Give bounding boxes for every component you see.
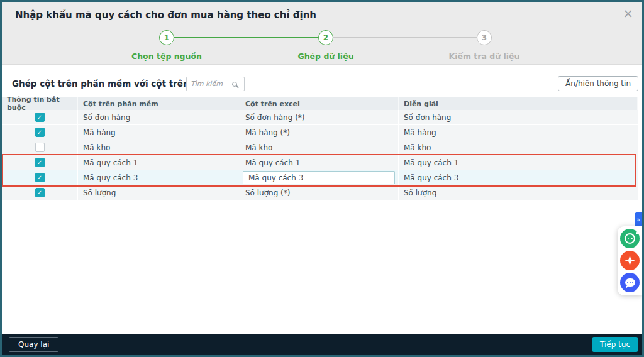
- description-cell: Mã hàng: [399, 125, 638, 140]
- sparkle-assistant-icon[interactable]: [620, 251, 640, 270]
- step-3-circle[interactable]: 3: [477, 30, 492, 45]
- assistant-widget-panel: [618, 226, 642, 295]
- table-row[interactable]: Mã hàng Mã hàng (*) Mã hàng: [2, 125, 638, 140]
- back-button[interactable]: Quay lại: [9, 337, 58, 352]
- chat-bubble-icon[interactable]: [620, 273, 640, 292]
- header-software-column: Cột trên phần mềm: [78, 97, 240, 110]
- mapping-table: Thông tin bắt buộc Cột trên phần mềm Cột…: [2, 97, 638, 200]
- header-description: Diễn giải: [399, 97, 638, 110]
- software-column-cell: Mã quy cách 1: [78, 155, 240, 170]
- table-header-row: Thông tin bắt buộc Cột trên phần mềm Cột…: [2, 97, 638, 110]
- description-cell: Mã kho: [399, 140, 638, 155]
- description-cell: Số lượng: [399, 185, 638, 200]
- header-required: Thông tin bắt buộc: [2, 97, 78, 110]
- step-1-label: Chọn tệp nguồn: [97, 52, 236, 61]
- search-input[interactable]: [191, 80, 230, 88]
- stepper-line-pending: [333, 37, 477, 38]
- sparkle-icon: [625, 256, 635, 266]
- excel-column-cell[interactable]: Mã quy cách 1: [240, 155, 399, 170]
- step-1-circle[interactable]: 1: [159, 30, 174, 45]
- software-column-cell: Số lượng: [78, 185, 240, 200]
- required-checkbox[interactable]: [35, 173, 45, 182]
- table-row[interactable]: Số lượng Số lượng (*) Số lượng: [2, 185, 638, 200]
- step-2-circle[interactable]: 2: [318, 30, 333, 45]
- required-checkbox[interactable]: [35, 143, 45, 152]
- dialog-header: Nhập khẩu mã quy cách cho đơn mua hàng t…: [2, 2, 642, 65]
- dialog-footer: Quay lại Tiếp tục: [2, 334, 642, 355]
- stepper-line-done: [174, 37, 318, 38]
- required-checkbox[interactable]: [35, 128, 45, 137]
- dialog-title: Nhập khẩu mã quy cách cho đơn mua hàng t…: [15, 9, 316, 21]
- close-icon[interactable]: ×: [623, 7, 633, 19]
- required-checkbox[interactable]: [35, 158, 45, 167]
- step-3-label: Kiểm tra dữ liệu: [415, 52, 553, 61]
- search-icon: [232, 82, 237, 87]
- header-excel-column: Cột trên excel: [240, 97, 399, 110]
- required-checkbox[interactable]: [35, 188, 45, 197]
- table-row[interactable]: Mã quy cách 1 Mã quy cách 1 Mã quy cách …: [2, 155, 638, 170]
- search-box[interactable]: [186, 77, 245, 91]
- widget-collapse-tab[interactable]: »: [635, 212, 642, 227]
- software-column-cell: Số đơn hàng: [78, 110, 240, 124]
- excel-column-cell[interactable]: Mã kho: [240, 140, 399, 155]
- table-row[interactable]: Mã quy cách 3 Mã quy cách 3: [2, 170, 638, 185]
- software-column-cell: Mã quy cách 3: [78, 170, 240, 185]
- table-row[interactable]: Số đơn hàng Số đơn hàng (*) Số đơn hàng: [2, 110, 638, 125]
- chatbot-face-icon: [625, 233, 635, 244]
- continue-button[interactable]: Tiếp tục: [592, 337, 638, 352]
- bubble-dots-icon: [627, 282, 628, 283]
- software-column-cell: Mã hàng: [78, 125, 240, 140]
- description-cell: Số đơn hàng: [399, 110, 638, 124]
- excel-column-cell[interactable]: Mã hàng (*): [240, 125, 399, 140]
- step-2-label: Ghép dữ liệu: [257, 52, 395, 61]
- excel-column-cell[interactable]: Số đơn hàng (*): [240, 110, 399, 124]
- import-dialog: Nhập khẩu mã quy cách cho đơn mua hàng t…: [0, 0, 644, 357]
- description-cell: Mã quy cách 1: [399, 155, 638, 170]
- sparkle-dot-icon: [636, 232, 638, 234]
- excel-column-input[interactable]: [243, 171, 395, 184]
- description-cell: Mã quy cách 3: [399, 170, 638, 185]
- excel-column-cell[interactable]: Số lượng (*): [240, 185, 399, 200]
- software-column-cell: Mã kho: [78, 140, 240, 155]
- bubble-icon: [625, 278, 635, 287]
- table-row[interactable]: Mã kho Mã kho Mã kho: [2, 140, 638, 155]
- required-checkbox[interactable]: [35, 113, 45, 122]
- toggle-info-button[interactable]: Ẩn/hiện thông tin: [558, 76, 638, 91]
